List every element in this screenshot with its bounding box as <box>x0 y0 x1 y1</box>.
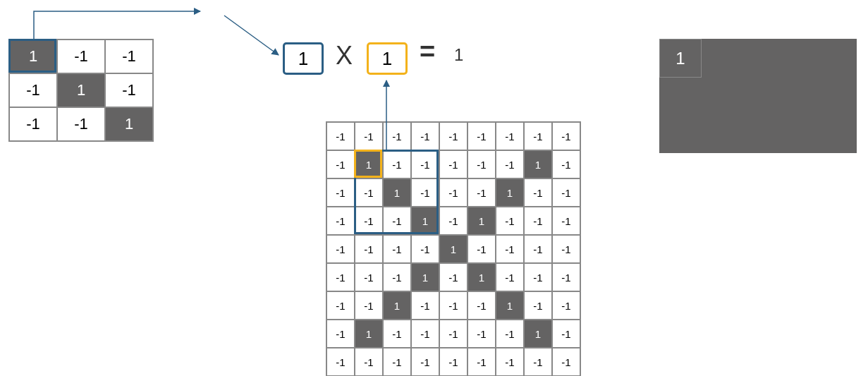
matrix-cell: -1 <box>355 178 383 207</box>
matrix-cell: -1 <box>496 235 524 263</box>
matrix-cell: 1 <box>355 320 383 348</box>
matrix-cell: -1 <box>326 178 355 207</box>
matrix-cell: -1 <box>411 320 439 348</box>
matrix-cell: -1 <box>524 291 552 320</box>
matrix-cell: -1 <box>524 178 552 207</box>
matrix-cell: 1 <box>524 320 552 348</box>
matrix-cell: -1 <box>355 348 383 376</box>
matrix-cell: 1 <box>57 73 105 107</box>
matrix-cell: -1 <box>496 320 524 348</box>
matrix-cell: -1 <box>326 348 355 376</box>
matrix-cell: 1 <box>496 291 524 320</box>
filter-highlight <box>8 39 56 73</box>
matrix-cell: -1 <box>439 263 467 291</box>
matrix-cell: -1 <box>326 150 355 178</box>
matrix-cell: -1 <box>383 320 411 348</box>
matrix-cell: -1 <box>326 207 355 235</box>
matrix-cell: -1 <box>439 320 467 348</box>
matrix-cell: -1 <box>105 40 153 73</box>
matrix-cell: 1 <box>411 263 439 291</box>
matrix-cell: -1 <box>326 291 355 320</box>
matrix-cell: -1 <box>326 122 355 150</box>
matrix-cell: 1 <box>383 178 411 207</box>
matrix-cell: 1 <box>439 235 467 263</box>
matrix-cell: -1 <box>355 263 383 291</box>
matrix-cell: -1 <box>105 73 153 107</box>
matrix-cell: -1 <box>552 291 580 320</box>
matrix-cell: 1 <box>105 107 153 141</box>
matrix-cell: -1 <box>439 122 467 150</box>
matrix-cell: 1 <box>383 291 411 320</box>
matrix-cell: 1 <box>467 207 496 235</box>
matrix-cell: -1 <box>383 207 411 235</box>
matrix-cell: -1 <box>467 291 496 320</box>
matrix-cell: -1 <box>383 235 411 263</box>
input-image-matrix: -1-1-1-1-1-1-1-1-1-11-1-1-1-1-11-1-1-11-… <box>326 121 581 376</box>
matrix-cell: -1 <box>411 178 439 207</box>
matrix-cell: -1 <box>524 263 552 291</box>
equation-operand-b: 1 <box>367 42 408 75</box>
matrix-cell: -1 <box>552 122 580 150</box>
equation-operand-a: 1 <box>283 42 324 75</box>
matrix-cell: -1 <box>411 235 439 263</box>
matrix-cell: -1 <box>355 235 383 263</box>
matrix-cell: -1 <box>439 291 467 320</box>
matrix-cell: -1 <box>467 235 496 263</box>
matrix-cell: -1 <box>439 207 467 235</box>
matrix-cell: 1 <box>467 263 496 291</box>
matrix-cell: -1 <box>524 235 552 263</box>
matrix-cell: -1 <box>326 263 355 291</box>
matrix-cell: -1 <box>467 320 496 348</box>
matrix-cell: -1 <box>439 150 467 178</box>
matrix-cell: -1 <box>552 150 580 178</box>
matrix-cell: -1 <box>524 122 552 150</box>
matrix-cell: -1 <box>552 207 580 235</box>
output-feature-map: 1 <box>659 39 702 78</box>
matrix-cell: -1 <box>57 107 105 141</box>
matrix-cell: -1 <box>496 207 524 235</box>
matrix-cell: -1 <box>524 207 552 235</box>
matrix-cell: 1 <box>411 207 439 235</box>
matrix-cell: -1 <box>496 122 524 150</box>
matrix-cell: -1 <box>9 107 57 141</box>
matrix-cell: -1 <box>552 235 580 263</box>
matrix-cell: 1 <box>355 150 383 178</box>
matrix-cell: -1 <box>326 320 355 348</box>
matrix-cell: -1 <box>383 150 411 178</box>
matrix-cell: -1 <box>383 122 411 150</box>
multiply-symbol: X <box>336 41 353 71</box>
matrix-cell: -1 <box>383 348 411 376</box>
matrix-cell: -1 <box>496 263 524 291</box>
matrix-cell: 1 <box>496 178 524 207</box>
matrix-cell: -1 <box>9 73 57 107</box>
matrix-cell: -1 <box>552 320 580 348</box>
matrix-cell: -1 <box>552 348 580 376</box>
matrix-cell: -1 <box>355 207 383 235</box>
matrix-cell: -1 <box>439 348 467 376</box>
matrix-cell: -1 <box>326 235 355 263</box>
matrix-cell: -1 <box>496 150 524 178</box>
matrix-cell: -1 <box>467 122 496 150</box>
matrix-cell: -1 <box>524 348 552 376</box>
matrix-cell: -1 <box>496 348 524 376</box>
matrix-cell: -1 <box>552 263 580 291</box>
matrix-cell: -1 <box>355 122 383 150</box>
matrix-cell: -1 <box>383 263 411 291</box>
matrix-cell: -1 <box>439 178 467 207</box>
equation-result: 1 <box>454 45 463 65</box>
matrix-cell: -1 <box>552 178 580 207</box>
matrix-cell: -1 <box>467 150 496 178</box>
matrix-cell: -1 <box>467 178 496 207</box>
matrix-cell: -1 <box>355 291 383 320</box>
matrix-cell: -1 <box>411 291 439 320</box>
matrix-cell: -1 <box>411 150 439 178</box>
matrix-cell: -1 <box>411 348 439 376</box>
matrix-cell: -1 <box>411 122 439 150</box>
equals-symbol: = <box>420 37 435 67</box>
matrix-cell: -1 <box>467 348 496 376</box>
matrix-cell: 1 <box>524 150 552 178</box>
matrix-cell: -1 <box>57 40 105 73</box>
matrix-cell: 1 <box>659 39 702 78</box>
